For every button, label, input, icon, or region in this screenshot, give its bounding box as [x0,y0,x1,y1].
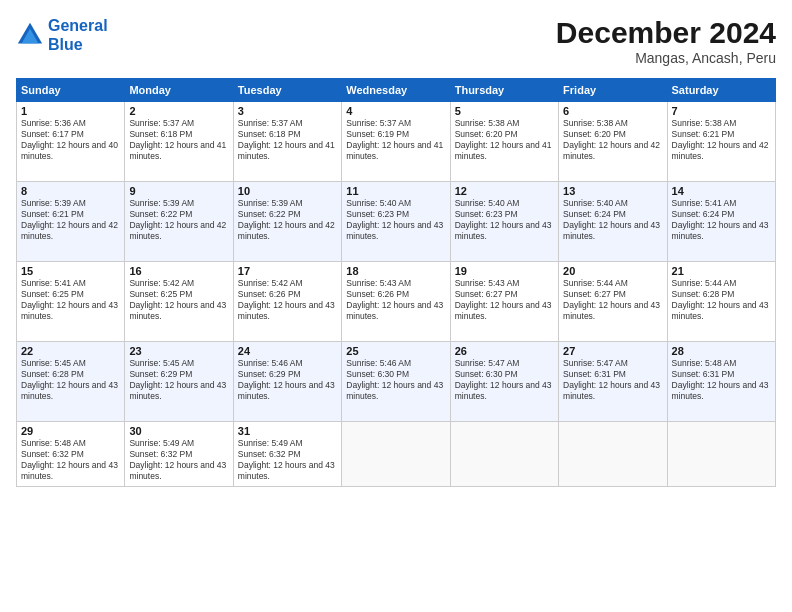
day-info: Sunrise: 5:43 AMSunset: 6:26 PMDaylight:… [346,278,445,322]
day-number: 1 [21,105,120,117]
day-number: 8 [21,185,120,197]
week-row-1: 1Sunrise: 5:36 AMSunset: 6:17 PMDaylight… [17,102,776,182]
day-number: 12 [455,185,554,197]
calendar-cell: 28Sunrise: 5:48 AMSunset: 6:31 PMDayligh… [667,342,775,422]
day-number: 14 [672,185,771,197]
day-number: 4 [346,105,445,117]
day-info: Sunrise: 5:47 AMSunset: 6:30 PMDaylight:… [455,358,554,402]
calendar-cell: 29Sunrise: 5:48 AMSunset: 6:32 PMDayligh… [17,422,125,487]
day-info: Sunrise: 5:40 AMSunset: 6:24 PMDaylight:… [563,198,662,242]
day-info: Sunrise: 5:38 AMSunset: 6:20 PMDaylight:… [455,118,554,162]
day-number: 15 [21,265,120,277]
day-info: Sunrise: 5:41 AMSunset: 6:25 PMDaylight:… [21,278,120,322]
day-info: Sunrise: 5:40 AMSunset: 6:23 PMDaylight:… [455,198,554,242]
day-info: Sunrise: 5:38 AMSunset: 6:21 PMDaylight:… [672,118,771,162]
logo-text: General Blue [48,16,108,54]
day-info: Sunrise: 5:46 AMSunset: 6:29 PMDaylight:… [238,358,337,402]
calendar-cell: 11Sunrise: 5:40 AMSunset: 6:23 PMDayligh… [342,182,450,262]
week-row-3: 15Sunrise: 5:41 AMSunset: 6:25 PMDayligh… [17,262,776,342]
calendar-cell [667,422,775,487]
calendar-cell: 19Sunrise: 5:43 AMSunset: 6:27 PMDayligh… [450,262,558,342]
calendar-cell: 23Sunrise: 5:45 AMSunset: 6:29 PMDayligh… [125,342,233,422]
header: General Blue December 2024 Mangas, Ancas… [16,16,776,66]
logo: General Blue [16,16,108,54]
day-number: 24 [238,345,337,357]
day-info: Sunrise: 5:49 AMSunset: 6:32 PMDaylight:… [129,438,228,482]
day-number: 26 [455,345,554,357]
title-block: December 2024 Mangas, Ancash, Peru [556,16,776,66]
day-info: Sunrise: 5:37 AMSunset: 6:18 PMDaylight:… [129,118,228,162]
calendar-cell: 3Sunrise: 5:37 AMSunset: 6:18 PMDaylight… [233,102,341,182]
day-info: Sunrise: 5:45 AMSunset: 6:28 PMDaylight:… [21,358,120,402]
day-number: 17 [238,265,337,277]
day-info: Sunrise: 5:42 AMSunset: 6:26 PMDaylight:… [238,278,337,322]
day-info: Sunrise: 5:41 AMSunset: 6:24 PMDaylight:… [672,198,771,242]
calendar-cell: 22Sunrise: 5:45 AMSunset: 6:28 PMDayligh… [17,342,125,422]
calendar-cell: 15Sunrise: 5:41 AMSunset: 6:25 PMDayligh… [17,262,125,342]
day-number: 19 [455,265,554,277]
calendar-table: SundayMondayTuesdayWednesdayThursdayFrid… [16,78,776,487]
day-number: 11 [346,185,445,197]
day-info: Sunrise: 5:46 AMSunset: 6:30 PMDaylight:… [346,358,445,402]
day-info: Sunrise: 5:37 AMSunset: 6:18 PMDaylight:… [238,118,337,162]
calendar-cell: 17Sunrise: 5:42 AMSunset: 6:26 PMDayligh… [233,262,341,342]
weekday-header-row: SundayMondayTuesdayWednesdayThursdayFrid… [17,79,776,102]
day-info: Sunrise: 5:48 AMSunset: 6:31 PMDaylight:… [672,358,771,402]
day-number: 5 [455,105,554,117]
day-info: Sunrise: 5:45 AMSunset: 6:29 PMDaylight:… [129,358,228,402]
day-number: 6 [563,105,662,117]
weekday-saturday: Saturday [667,79,775,102]
calendar-cell: 31Sunrise: 5:49 AMSunset: 6:32 PMDayligh… [233,422,341,487]
day-info: Sunrise: 5:42 AMSunset: 6:25 PMDaylight:… [129,278,228,322]
calendar-cell: 16Sunrise: 5:42 AMSunset: 6:25 PMDayligh… [125,262,233,342]
calendar-cell: 1Sunrise: 5:36 AMSunset: 6:17 PMDaylight… [17,102,125,182]
calendar-cell: 24Sunrise: 5:46 AMSunset: 6:29 PMDayligh… [233,342,341,422]
calendar-cell: 8Sunrise: 5:39 AMSunset: 6:21 PMDaylight… [17,182,125,262]
day-number: 21 [672,265,771,277]
location: Mangas, Ancash, Peru [556,50,776,66]
day-number: 29 [21,425,120,437]
calendar-cell: 25Sunrise: 5:46 AMSunset: 6:30 PMDayligh… [342,342,450,422]
day-number: 31 [238,425,337,437]
calendar-cell [559,422,667,487]
day-number: 9 [129,185,228,197]
day-info: Sunrise: 5:49 AMSunset: 6:32 PMDaylight:… [238,438,337,482]
day-number: 2 [129,105,228,117]
calendar-cell: 26Sunrise: 5:47 AMSunset: 6:30 PMDayligh… [450,342,558,422]
calendar-cell [342,422,450,487]
weekday-friday: Friday [559,79,667,102]
logo-line1: General [48,17,108,34]
calendar-cell: 7Sunrise: 5:38 AMSunset: 6:21 PMDaylight… [667,102,775,182]
calendar-cell: 5Sunrise: 5:38 AMSunset: 6:20 PMDaylight… [450,102,558,182]
day-number: 7 [672,105,771,117]
day-number: 18 [346,265,445,277]
logo-line2: Blue [48,36,83,53]
day-number: 23 [129,345,228,357]
day-info: Sunrise: 5:44 AMSunset: 6:27 PMDaylight:… [563,278,662,322]
calendar-cell: 2Sunrise: 5:37 AMSunset: 6:18 PMDaylight… [125,102,233,182]
weekday-sunday: Sunday [17,79,125,102]
day-number: 25 [346,345,445,357]
calendar-cell: 9Sunrise: 5:39 AMSunset: 6:22 PMDaylight… [125,182,233,262]
calendar-cell: 18Sunrise: 5:43 AMSunset: 6:26 PMDayligh… [342,262,450,342]
day-number: 13 [563,185,662,197]
day-number: 10 [238,185,337,197]
day-number: 22 [21,345,120,357]
weekday-thursday: Thursday [450,79,558,102]
day-info: Sunrise: 5:38 AMSunset: 6:20 PMDaylight:… [563,118,662,162]
calendar-cell: 27Sunrise: 5:47 AMSunset: 6:31 PMDayligh… [559,342,667,422]
day-info: Sunrise: 5:44 AMSunset: 6:28 PMDaylight:… [672,278,771,322]
day-info: Sunrise: 5:39 AMSunset: 6:21 PMDaylight:… [21,198,120,242]
day-info: Sunrise: 5:47 AMSunset: 6:31 PMDaylight:… [563,358,662,402]
day-info: Sunrise: 5:37 AMSunset: 6:19 PMDaylight:… [346,118,445,162]
calendar-cell: 13Sunrise: 5:40 AMSunset: 6:24 PMDayligh… [559,182,667,262]
weekday-monday: Monday [125,79,233,102]
weekday-tuesday: Tuesday [233,79,341,102]
week-row-2: 8Sunrise: 5:39 AMSunset: 6:21 PMDaylight… [17,182,776,262]
day-number: 30 [129,425,228,437]
calendar-cell: 30Sunrise: 5:49 AMSunset: 6:32 PMDayligh… [125,422,233,487]
calendar-cell: 4Sunrise: 5:37 AMSunset: 6:19 PMDaylight… [342,102,450,182]
month-title: December 2024 [556,16,776,50]
day-info: Sunrise: 5:36 AMSunset: 6:17 PMDaylight:… [21,118,120,162]
weekday-wednesday: Wednesday [342,79,450,102]
